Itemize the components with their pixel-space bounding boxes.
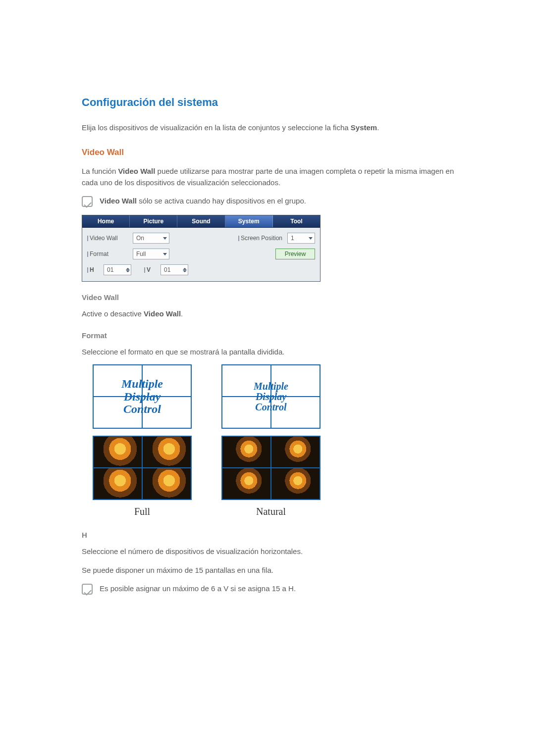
row-format: Format Full Preview <box>87 249 315 259</box>
note-text: Video Wall sólo se activa cuando hay dis… <box>100 195 306 206</box>
chevron-down-icon <box>183 270 187 272</box>
label-text: H <box>90 265 99 275</box>
dropdown-format[interactable]: Full <box>133 249 169 259</box>
button-label: Preview <box>285 250 306 259</box>
h-text-1: Seleccione el número de dispositivos de … <box>82 546 456 557</box>
label-text: V <box>147 265 156 275</box>
chevron-up-icon <box>126 268 130 270</box>
video-wall-paragraph: La función Video Wall puede utilizarse p… <box>82 165 456 189</box>
system-panel: Home Picture Sound System Tool Video Wal… <box>82 215 321 282</box>
dropdown-value: On <box>136 234 144 243</box>
video-wall-toggle-text: Active o desactive Video Wall. <box>82 308 456 319</box>
section-video-wall: Video Wall <box>82 146 456 159</box>
photo-cell <box>143 468 191 499</box>
note-row: Video Wall sólo se activa cuando hay dis… <box>82 195 456 207</box>
spinner-buttons[interactable] <box>183 268 187 272</box>
photo-grid <box>221 436 321 500</box>
dropdown-video-wall[interactable]: On <box>133 233 169 244</box>
note-bold: Video Wall <box>100 197 137 205</box>
videowall-box: Multiple Display Control <box>221 364 321 429</box>
tile-natural-text: Multiple Display Control <box>221 364 321 429</box>
chevron-down-icon <box>126 270 130 272</box>
subhead-format: Format <box>82 330 456 341</box>
chevron-down-icon <box>309 237 313 240</box>
intro-bold: System <box>351 123 377 132</box>
spinner-value: 01 <box>107 265 113 275</box>
tab-label: Tool <box>290 217 302 226</box>
subhead-video-wall: Video Wall <box>82 292 456 303</box>
format-illustration-row-2: Full Natural <box>93 436 456 519</box>
photo-cell <box>271 468 320 499</box>
text-post: . <box>181 309 183 318</box>
photo-cell <box>222 437 270 467</box>
tab-home[interactable]: Home <box>82 215 130 227</box>
document-page: Configuración del sistema Elija los disp… <box>0 0 535 756</box>
intro-text: Elija los dispositivos de visualización … <box>82 123 351 132</box>
subhead-h: H <box>82 529 456 541</box>
vw-text-bold: Video Wall <box>118 167 155 175</box>
photo-cell <box>94 468 142 499</box>
tab-system[interactable]: System <box>225 215 273 227</box>
chevron-down-icon <box>163 253 167 255</box>
spinner-buttons[interactable] <box>126 268 130 272</box>
tab-bar: Home Picture Sound System Tool <box>82 215 320 228</box>
grid-line <box>94 396 191 397</box>
tab-label: System <box>238 217 260 226</box>
caption-full: Full <box>93 504 192 519</box>
note-icon <box>82 196 93 207</box>
text-bold: Video Wall <box>144 309 181 318</box>
tab-label: Sound <box>192 217 210 226</box>
vw-text-pre: La función <box>82 167 118 175</box>
note-rest: sólo se activa cuando hay dispositivos e… <box>137 197 306 205</box>
tile-natural-photo: Natural <box>221 436 321 519</box>
photo-cell <box>143 437 191 467</box>
chevron-up-icon <box>183 268 187 270</box>
dropdown-screen-position[interactable]: 1 <box>287 233 315 244</box>
spinner-v[interactable]: 01 <box>160 264 188 275</box>
grid-line <box>222 396 320 397</box>
intro-text-post: . <box>377 123 379 132</box>
dropdown-value: 1 <box>291 234 294 243</box>
label-h: H <box>87 265 99 275</box>
format-text: Seleccione el formato en que se mostrará… <box>82 346 456 357</box>
preview-button[interactable]: Preview <box>275 249 315 259</box>
row-video-wall: Video Wall On Screen Position 1 <box>87 233 315 244</box>
photo-cell <box>94 437 142 467</box>
tile-full-photo: Full <box>93 436 192 519</box>
note-icon <box>82 584 93 595</box>
note-row-h: Es posible asignar un máximo de 6 a V si… <box>82 583 456 595</box>
note-h-text: Es posible asignar un máximo de 6 a V si… <box>100 583 296 594</box>
tab-tool[interactable]: Tool <box>273 215 320 227</box>
videowall-box: Multiple Display Control <box>93 364 192 429</box>
row-hv: H 01 V 01 <box>87 264 315 275</box>
label-video-wall: Video Wall <box>87 234 128 243</box>
label-format: Format <box>87 250 128 259</box>
label-text: Screen Position <box>241 234 282 243</box>
intro-paragraph: Elija los dispositivos de visualización … <box>82 122 456 133</box>
tab-picture[interactable]: Picture <box>130 215 177 227</box>
h-text-2: Se puede disponer un máximo de 15 pantal… <box>82 564 456 576</box>
label-text: Video Wall <box>90 234 118 243</box>
spinner-h[interactable]: 01 <box>104 264 131 275</box>
label-screen-position: Screen Position <box>238 234 282 243</box>
spinner-value: 01 <box>164 265 170 275</box>
tab-label: Picture <box>143 217 163 226</box>
label-text: Format <box>90 250 108 259</box>
photo-cell <box>222 468 270 499</box>
format-illustration-row-1: Multiple Display Control Multiple Displa… <box>93 364 456 429</box>
chevron-down-icon <box>163 237 167 240</box>
page-title: Configuración del sistema <box>82 94 456 111</box>
panel-body: Video Wall On Screen Position 1 Format F… <box>82 228 320 281</box>
text-pre: Active o desactive <box>82 309 144 318</box>
photo-cell <box>271 437 320 467</box>
tile-full-text: Multiple Display Control <box>93 364 192 429</box>
tab-label: Home <box>98 217 114 226</box>
caption-natural: Natural <box>221 504 321 519</box>
photo-grid <box>93 436 192 500</box>
tab-sound[interactable]: Sound <box>177 215 225 227</box>
dropdown-value: Full <box>136 250 146 259</box>
label-v: V <box>144 265 156 275</box>
